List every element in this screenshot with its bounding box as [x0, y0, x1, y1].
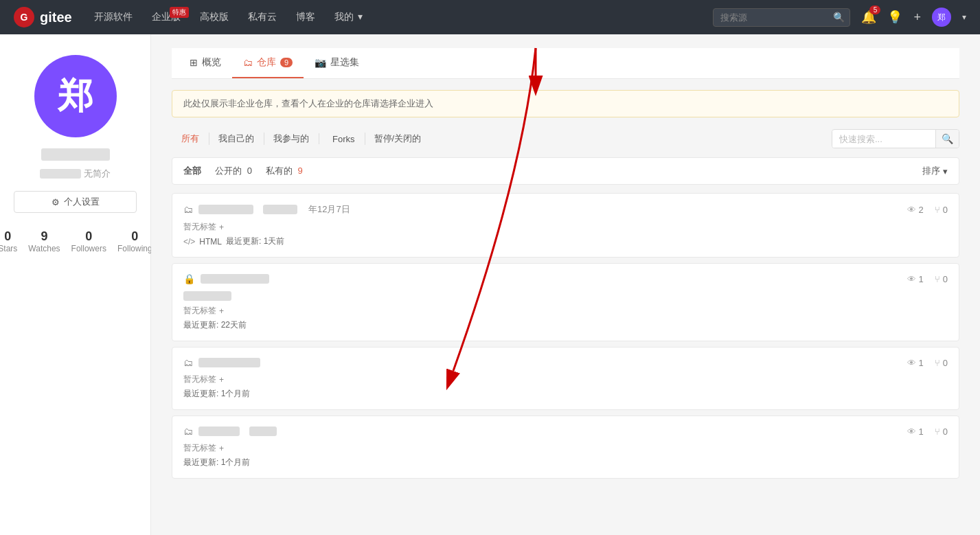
repo-meta: 暂无标签 +	[183, 305, 948, 317]
filter-mine[interactable]: 我自己的	[209, 128, 264, 149]
user-dropdown-arrow[interactable]: ▾	[962, 12, 966, 22]
nav-mine[interactable]: 我的 ▾	[326, 7, 371, 27]
gear-icon: ⚙	[52, 197, 60, 207]
repo-stats: 👁 1 ⑂ 0	[907, 358, 948, 368]
stats-row: 0 Stars 9 Watches 0 Followers 0 Followin…	[14, 229, 137, 253]
stars-icon-tab: 📷	[315, 57, 326, 68]
tag-plus-icon: +	[219, 223, 224, 232]
main-content: ⊞ 概览 🗂 仓库 9 📷 星选集 此处仅展示非企业仓库，查看个人在企业的仓库请…	[151, 34, 980, 535]
repo-name-row: 🗂	[183, 426, 277, 437]
notification-icon[interactable]: 🔔 5	[861, 10, 876, 25]
repo-count-badge: 9	[280, 58, 293, 67]
plus-icon[interactable]: +	[913, 10, 921, 25]
repo-meta: 暂无标签 +	[183, 374, 948, 385]
filter-participated[interactable]: 我参与的	[264, 128, 319, 149]
eye-icon: 👁	[907, 426, 916, 437]
tag-button[interactable]: 暂无标签 +	[183, 442, 224, 454]
search-icon[interactable]: 🔍	[833, 12, 845, 23]
quick-search: 🔍	[832, 129, 959, 148]
nav-items: 开源软件 企业版 特惠 高校版 私有云 博客 我的 ▾	[86, 7, 700, 27]
repo-forks: ⑂ 0	[935, 205, 948, 215]
user-avatar: 郑	[34, 55, 117, 137]
repo-meta: 暂无标签 +	[183, 442, 948, 454]
fork-icon: ⑂	[935, 426, 940, 437]
count-private: 私有的 9	[266, 165, 303, 177]
repo-item-header: 🗂 年12月7日 👁 2 ⑂ 0	[183, 203, 948, 216]
stat-followers[interactable]: 0 Followers	[71, 229, 106, 253]
repo-meta: 暂无标签 +	[183, 221, 948, 233]
tab-repos[interactable]: 🗂 仓库 9	[232, 48, 304, 78]
repo-stats: 👁 1 ⑂ 0	[907, 426, 948, 437]
tag-button[interactable]: 暂无标签 +	[183, 374, 224, 385]
repo-item: 🔒 👁 1 ⑂ 0	[172, 263, 959, 341]
repo-views: 👁 2	[907, 205, 924, 215]
repo-name-blurred-2	[249, 426, 277, 436]
repo-name-row: 🔒	[183, 273, 269, 284]
nav-blog[interactable]: 博客	[288, 7, 323, 27]
eye-icon: 👁	[907, 358, 916, 368]
user-bio-row: 无简介	[40, 168, 111, 180]
filter-row: 所有 我自己的 我参与的 Forks 暂停/关闭的 🔍	[172, 128, 959, 149]
stat-watches[interactable]: 9 Watches	[28, 229, 60, 253]
filter-all[interactable]: 所有	[172, 128, 209, 149]
user-avatar-nav[interactable]: 郑	[932, 8, 951, 27]
repo-item: 🗂 👁 1 ⑂ 0	[172, 347, 959, 410]
main-container: 郑 无简介 ⚙ 个人设置 0 Stars 9 Watches 0 Followe…	[0, 34, 980, 535]
enterprise-badge: 特惠	[170, 7, 189, 18]
repo-lang-row: 最近更新: 1个月前	[183, 388, 948, 400]
brand[interactable]: G gitee	[14, 7, 72, 27]
stat-stars[interactable]: 0 Stars	[0, 229, 17, 253]
repo-forks: ⑂ 0	[935, 358, 948, 368]
bio-label: 无简介	[84, 168, 111, 180]
repo-name-blurred	[201, 274, 269, 284]
sort-dropdown-icon: ▾	[943, 166, 948, 177]
tag-plus-icon: +	[219, 375, 224, 385]
count-public: 公开的 0	[215, 165, 252, 177]
tag-button[interactable]: 暂无标签 +	[183, 221, 224, 233]
nav-enterprise[interactable]: 企业版 特惠	[144, 7, 189, 27]
repo-views: 👁 1	[907, 358, 924, 368]
tab-stars[interactable]: 📷 星选集	[304, 48, 370, 78]
repo-item-header: 🔒 👁 1 ⑂ 0	[183, 273, 948, 284]
tag-plus-icon: +	[219, 444, 224, 453]
repo-lang-row: </> HTML 最近更新: 1天前	[183, 236, 948, 247]
repo-name-blurred	[198, 358, 260, 367]
lightbulb-icon[interactable]: 💡	[887, 10, 902, 25]
stat-following[interactable]: 0 Following	[117, 229, 152, 253]
repo-lang-row: 最近更新: 1个月前	[183, 457, 948, 468]
repo-icon-tab: 🗂	[243, 57, 253, 68]
notice-banner: 此处仅展示非企业仓库，查看个人在企业的仓库请选择企业进入	[172, 90, 959, 117]
tab-overview[interactable]: ⊞ 概览	[179, 48, 232, 78]
eye-icon: 👁	[907, 274, 916, 284]
repo-name-blurred	[198, 205, 253, 214]
repo-folder-icon: 🗂	[183, 357, 193, 368]
mine-dropdown-icon: ▾	[358, 11, 363, 22]
tag-button[interactable]: 暂无标签 +	[183, 305, 224, 317]
quick-search-icon[interactable]: 🔍	[935, 130, 959, 148]
sidebar: 郑 无简介 ⚙ 个人设置 0 Stars 9 Watches 0 Followe…	[0, 34, 151, 535]
quick-search-input[interactable]	[832, 130, 935, 148]
repo-desc-blurred	[183, 291, 231, 301]
settings-button[interactable]: ⚙ 个人设置	[14, 191, 137, 213]
nav-opensource[interactable]: 开源软件	[86, 7, 141, 27]
bio-blurred	[40, 169, 81, 179]
repo-item-header: 🗂 👁 1 ⑂ 0	[183, 357, 948, 368]
sort-button[interactable]: 排序 ▾	[922, 165, 948, 177]
tabs-bar: ⊞ 概览 🗂 仓库 9 📷 星选集	[172, 48, 959, 79]
nav-university[interactable]: 高校版	[192, 7, 237, 27]
nav-private-cloud[interactable]: 私有云	[240, 7, 285, 27]
count-all[interactable]: 全部	[183, 165, 201, 177]
repo-list: 🗂 年12月7日 👁 2 ⑂ 0	[172, 193, 959, 479]
search-input[interactable]	[713, 8, 850, 27]
filter-paused[interactable]: 暂停/关闭的	[365, 128, 431, 149]
repo-date: 年12月7日	[308, 203, 350, 216]
repo-list-header: 全部 公开的 0 私有的 9 排序 ▾	[172, 157, 959, 185]
repo-views: 👁 1	[907, 426, 924, 437]
filter-forks[interactable]: Forks	[319, 130, 365, 148]
repo-name-blurred	[198, 426, 240, 436]
repo-name-row: 🗂 年12月7日	[183, 203, 350, 216]
lock-icon: 🔒	[183, 273, 195, 284]
tag-plus-icon: +	[219, 306, 224, 316]
repo-folder-icon: 🗂	[183, 426, 193, 437]
repo-name-row: 🗂	[183, 357, 260, 368]
